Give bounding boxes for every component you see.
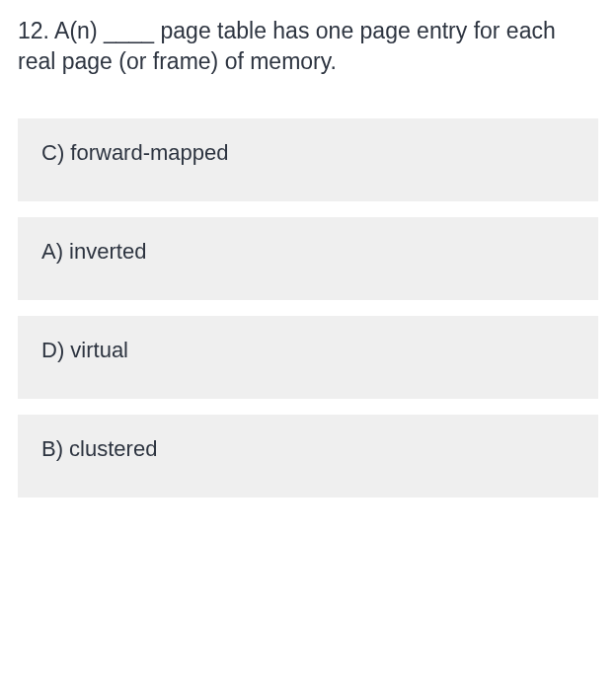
options-list: C) forward-mapped A) inverted D) virtual… [18,118,598,498]
option-label: B) clustered [41,436,157,461]
option-b[interactable]: B) clustered [18,415,598,498]
question-number: 12. [18,18,49,43]
option-label: C) forward-mapped [41,140,229,165]
option-label: D) virtual [41,338,128,362]
question-body: A(n) ____ page table has one page entry … [18,18,556,74]
option-d[interactable]: D) virtual [18,316,598,399]
option-label: A) inverted [41,239,146,264]
option-c[interactable]: C) forward-mapped [18,118,598,201]
question-text: 12. A(n) ____ page table has one page en… [18,16,598,77]
option-a[interactable]: A) inverted [18,217,598,300]
